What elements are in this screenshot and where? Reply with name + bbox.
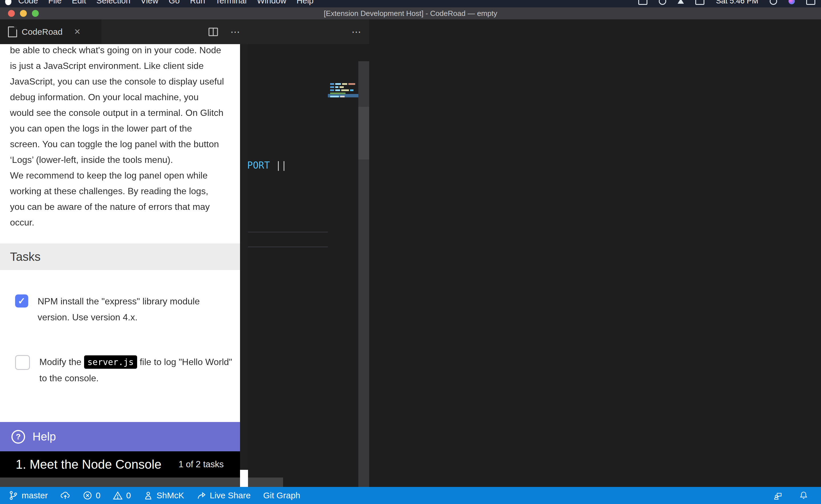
inline-code: server.js <box>84 355 137 369</box>
tasks-section-header: Tasks <box>0 243 240 270</box>
status-bell-icon[interactable] <box>799 491 808 500</box>
coderoad-webview: be able to check what's going on in your… <box>0 44 248 487</box>
close-tab-icon[interactable]: ✕ <box>74 27 80 36</box>
menu-item-run[interactable]: Run <box>190 0 205 5</box>
minimap[interactable] <box>328 63 358 487</box>
status-master[interactable]: master <box>9 491 48 500</box>
footer-strip <box>0 478 240 487</box>
tab-coderoad[interactable]: CodeRoad ✕ <box>0 19 101 44</box>
task-item: Modify the server.js file to log "Hello … <box>15 354 233 386</box>
menu-item-go[interactable]: Go <box>169 0 180 5</box>
menu-item-window[interactable]: Window <box>257 0 286 5</box>
apple-menu-icon[interactable] <box>5 0 11 5</box>
control-center-icon[interactable] <box>806 0 815 5</box>
task-checkbox[interactable] <box>15 355 30 370</box>
lesson-text: be able to check what's going on in your… <box>10 44 235 230</box>
more-actions-icon[interactable]: ⋯ <box>230 26 240 38</box>
menu-items: CodeFileEditSelectionViewGoRunTerminalWi… <box>18 0 314 5</box>
coderoad-tab-bar: CodeRoad ✕ ⋯ <box>0 19 248 44</box>
vertical-scrollbar[interactable] <box>358 61 369 487</box>
help-question-icon: ? <box>11 430 25 444</box>
menu-item-terminal[interactable]: Terminal <box>216 0 247 5</box>
tab-label: CodeRoad <box>22 27 62 37</box>
file-icon <box>8 26 17 37</box>
menu-item-file[interactable]: File <box>48 0 62 5</box>
menu-item-help[interactable]: Help <box>297 0 314 5</box>
menu-clock[interactable]: Sat 5:46 PM <box>716 0 758 5</box>
menu-status-icons: Sat 5:46 PM <box>638 0 815 5</box>
status-shmck[interactable]: ShMcK <box>143 491 184 500</box>
play-icon[interactable] <box>678 0 684 4</box>
status-publish-icon[interactable] <box>60 491 70 500</box>
siri-icon[interactable] <box>789 0 795 4</box>
webview-scrollbar-corner <box>240 470 248 487</box>
window-title: [Extension Development Host] - CodeRoad … <box>0 9 821 18</box>
menu-item-view[interactable]: View <box>140 0 158 5</box>
more-actions-icon[interactable]: ⋯ <box>352 26 361 38</box>
status-feedback-icon[interactable] <box>773 491 783 500</box>
task-item: ✓NPM install the "express" library modul… <box>15 293 232 325</box>
macos-menu-bar: CodeFileEditSelectionViewGoRunTerminalWi… <box>0 0 821 7</box>
task-progress: 1 of 2 tasks <box>178 459 224 470</box>
split-editor-icon[interactable] <box>208 26 219 38</box>
status-live-share[interactable]: Live Share <box>197 491 251 500</box>
spotlight-icon[interactable] <box>770 0 777 5</box>
status-git-graph[interactable]: Git Graph <box>263 491 300 500</box>
lesson-footer[interactable]: 1. Meet the Node Console 1 of 2 tasks <box>0 451 240 478</box>
status-bar: master00ShMcKLive ShareGit Graph <box>0 487 821 504</box>
battery-icon <box>695 0 705 5</box>
help-section-bar[interactable]: ? Help <box>0 422 240 451</box>
window-title-bar: [Extension Development Host] - CodeRoad … <box>0 7 821 20</box>
status-0[interactable]: 0 <box>83 491 101 500</box>
lesson-title: 1. Meet the Node Console <box>16 457 161 472</box>
workbench: ⚙ EXPLORER › OPEN EDITORS GROUP 1JSserve… <box>0 19 821 487</box>
menu-item-edit[interactable]: Edit <box>72 0 86 5</box>
task-text: NPM install the "express" library module… <box>38 293 232 325</box>
task-checkbox[interactable]: ✓ <box>15 294 28 308</box>
display-icon[interactable] <box>638 0 648 5</box>
webview-scrollbar[interactable] <box>240 44 248 470</box>
update-icon[interactable] <box>659 0 666 5</box>
menu-item-selection[interactable]: Selection <box>96 0 130 5</box>
task-text: Modify the server.js file to log "Hello … <box>39 354 233 386</box>
menu-item-code[interactable]: Code <box>18 0 38 5</box>
status-0[interactable]: 0 <box>113 491 131 500</box>
